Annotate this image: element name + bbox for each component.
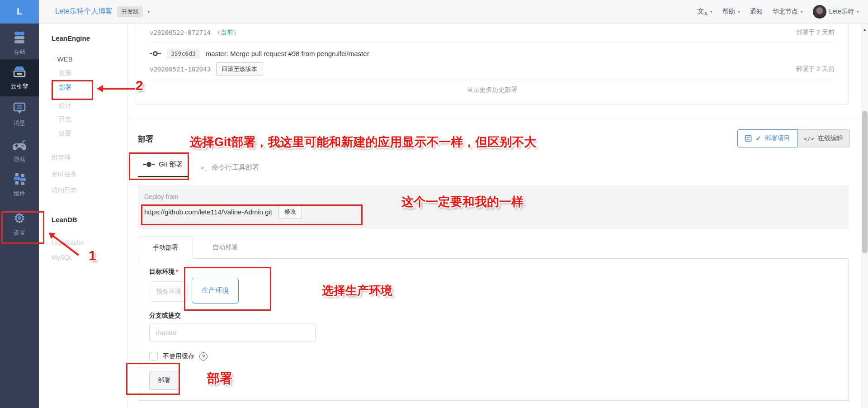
- chevron-down-icon: ▾: [738, 9, 740, 14]
- commit-hash: 359c6d3: [167, 48, 200, 59]
- edit-repo-button[interactable]: 修改: [278, 205, 302, 218]
- commit-row: 359c6d3 master: Merge pull request #98 f…: [150, 46, 835, 61]
- annotation-step-2: 2: [136, 78, 143, 93]
- terminal-icon: >_: [201, 164, 208, 171]
- current-version: v20200522-072714: [150, 29, 211, 36]
- check-icon: ✓: [755, 134, 761, 142]
- username-label: Lete乐特: [829, 8, 854, 16]
- sidebar-item-group-mgmt[interactable]: 组管理: [52, 154, 71, 162]
- previous-version: v20200521-182043: [150, 66, 211, 73]
- commit-icon: [150, 51, 161, 56]
- sidebar-item-games[interactable]: 游戏: [0, 134, 39, 168]
- previous-version-row: v20200521-182043 回滚至该版本 部署于 2 天前: [150, 62, 835, 77]
- sidebar-item-label: 组件: [14, 190, 25, 198]
- sidebar-item-cloud-engine[interactable]: 云引擎: [0, 59, 39, 96]
- no-cache-row: 不使用缓存 ?: [149, 352, 208, 361]
- manual-deploy-form: 目标环境* 预备环境 生产环境 分支或提交 不使用缓存 ? 部署: [138, 258, 849, 401]
- repo-url: https://github.com/lete114/Valine-Admin.…: [144, 208, 272, 216]
- sidebar-item-cron[interactable]: 定时任务: [52, 171, 77, 179]
- deployed-time: 部署于 2 天前: [796, 65, 835, 73]
- help-label: 帮助: [722, 8, 735, 16]
- app-name[interactable]: Lete乐特个人博客: [55, 7, 113, 16]
- env-staging-button[interactable]: 预备环境: [150, 281, 188, 302]
- database-icon: [13, 31, 26, 44]
- section-title-leandb: LeanDB: [52, 216, 77, 223]
- sidebar-item-access-logs[interactable]: 访问日志: [52, 186, 77, 195]
- app-switcher[interactable]: Lete乐特个人博客 开发版 ▾: [55, 6, 150, 17]
- scrollbar-thumb[interactable]: [862, 111, 868, 253]
- secondary-sidebar: LeanEngine – WEB 资源 部署 统计 日志 设置 组管理 定时任务…: [39, 24, 127, 408]
- vertical-scrollbar[interactable]: ▲: [861, 24, 868, 408]
- gear-icon: ⚙: [14, 212, 26, 225]
- divider: [127, 117, 861, 117]
- scroll-up-icon[interactable]: ▲: [861, 28, 868, 32]
- env-production-button[interactable]: 生产环境: [192, 278, 239, 304]
- tab-git-deploy[interactable]: Git 部署: [138, 157, 188, 177]
- notifications-link[interactable]: 通知: [750, 8, 763, 16]
- branch-input[interactable]: [149, 323, 316, 342]
- current-tag: （当前）: [214, 28, 240, 37]
- annotation-step-1: 1: [89, 248, 96, 263]
- annotation-arrow-2: [103, 88, 139, 90]
- topbar-right: 文A ▾ 帮助 ▾ 通知 华北节点 ▾ Lete乐特 ▾: [687, 5, 868, 19]
- region-label: 华北节点: [773, 8, 798, 16]
- sidebar-item-components[interactable]: 组件: [0, 168, 39, 202]
- region-menu[interactable]: 华北节点 ▾: [773, 8, 803, 16]
- deploy-submit-button[interactable]: 部署: [149, 371, 179, 390]
- annotation-note-repo: 这个一定要和我的一样: [401, 194, 524, 210]
- app-logo[interactable]: L: [0, 0, 39, 24]
- sidebar-group-web[interactable]: – WEB: [52, 55, 73, 63]
- deploy-project-button[interactable]: ✓ 部署项目: [737, 129, 797, 147]
- chevron-down-icon: ▾: [710, 9, 712, 14]
- annotation-note-env: 选择生产环境: [322, 283, 392, 299]
- code-icon: </>: [804, 135, 814, 142]
- sidebar-item-label: 游戏: [14, 155, 25, 163]
- deploy-actions: ✓ 部署项目 </> 在线编辑: [737, 129, 850, 147]
- current-version-row: v20200522-072714 （当前） 部署于 2 天前: [150, 24, 835, 42]
- message-icon: [13, 102, 26, 115]
- sidebar-item-settings[interactable]: ⚙ 设置: [0, 207, 39, 242]
- show-more-history[interactable]: 显示更多历史部署: [150, 86, 835, 94]
- sidebar-item-resources[interactable]: 资源: [59, 69, 71, 77]
- help-icon[interactable]: ?: [199, 352, 208, 361]
- user-menu[interactable]: Lete乐特 ▾: [813, 5, 859, 19]
- sidebar-item-label: 存储: [14, 48, 25, 56]
- sidebar-item-storage[interactable]: 存储: [0, 26, 39, 61]
- no-cache-label: 不使用缓存: [163, 352, 194, 361]
- language-menu[interactable]: 文A ▾: [697, 7, 712, 16]
- cloud-engine-icon: [12, 65, 27, 79]
- app-env-badge: 开发版: [117, 6, 143, 17]
- chevron-down-icon: ▾: [857, 9, 859, 14]
- commit-icon: [143, 162, 155, 167]
- sidebar-item-settings[interactable]: 设置: [59, 130, 71, 138]
- notifications-label: 通知: [750, 8, 763, 16]
- rollback-button[interactable]: 回滚至该版本: [216, 62, 263, 76]
- sidebar-item-logs[interactable]: 日志: [59, 115, 71, 123]
- deploy-history-card: v20200522-072714 （当前） 部署于 2 天前 359c6d3 m…: [136, 24, 849, 105]
- help-menu[interactable]: 帮助 ▾: [722, 8, 740, 16]
- online-edit-button[interactable]: </> 在线编辑: [797, 129, 850, 147]
- sidebar-item-mysql[interactable]: MySQL: [52, 254, 73, 261]
- primary-sidebar: 存储 云引擎 消息 游戏: [0, 24, 39, 408]
- sidebar-item-label: 云引擎: [11, 82, 28, 90]
- deployed-time: 部署于 2 天前: [796, 28, 835, 37]
- main-content: v20200522-072714 （当前） 部署于 2 天前 359c6d3 m…: [127, 24, 861, 408]
- sidebar-item-deploy[interactable]: 部署: [59, 84, 71, 92]
- no-cache-checkbox[interactable]: [149, 352, 158, 361]
- tab-cli-deploy[interactable]: >_ 命令行工具部署: [201, 157, 259, 177]
- page-title: 部署: [138, 129, 153, 144]
- tab-manual-deploy[interactable]: 手动部署: [138, 237, 193, 259]
- sidebar-item-messages[interactable]: 消息: [0, 96, 39, 133]
- deploy-method-tabs: Git 部署 >_ 命令行工具部署: [138, 157, 259, 177]
- section-title-leanengine: LeanEngine: [52, 34, 90, 42]
- components-icon: [13, 172, 26, 186]
- chevron-down-icon[interactable]: ▾: [147, 9, 150, 14]
- deploy-project-label: 部署项目: [765, 134, 790, 142]
- collapse-minus-icon: –: [52, 55, 55, 63]
- sidebar-item-label: 设置: [14, 229, 25, 237]
- online-edit-label: 在线编辑: [818, 134, 843, 142]
- annotation-note-git: 选择Git部署，我这里可能和新建的应用显示不一样，但区别不大: [190, 134, 537, 150]
- tab-auto-deploy[interactable]: 自动部署: [203, 237, 247, 258]
- avatar[interactable]: [813, 5, 826, 19]
- sidebar-item-stats[interactable]: 统计: [59, 102, 71, 110]
